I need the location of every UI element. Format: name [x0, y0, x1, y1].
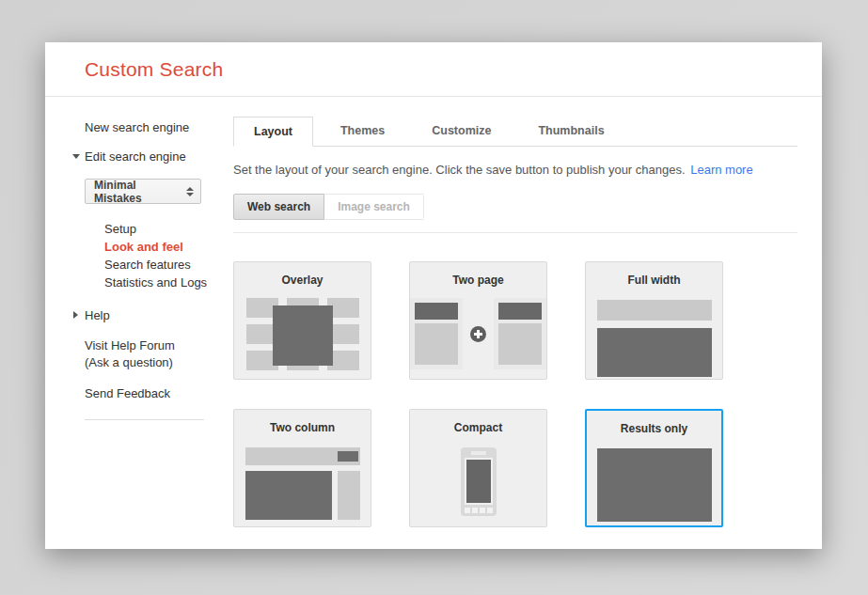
content-area: New search engine Edit search engine Min… — [45, 97, 822, 549]
select-arrows-icon — [186, 187, 194, 196]
two-column-preview-icon — [245, 447, 360, 520]
engine-selector-value: Minimal Mistakes — [94, 179, 186, 205]
web-search-button[interactable]: Web search — [233, 194, 324, 220]
forum-link-line1: Visit Help Forum — [85, 338, 175, 352]
layout-options-grid: Overlay Two page — [233, 261, 797, 527]
sidebar: New search engine Edit search engine Min… — [45, 97, 233, 549]
overlay-preview-icon — [246, 298, 359, 372]
sidebar-item-label: Edit search engine — [85, 149, 186, 164]
layout-option-compact[interactable]: Compact — [409, 409, 547, 527]
compact-phone-preview-icon — [461, 447, 497, 516]
layout-option-title: Overlay — [234, 274, 371, 287]
engine-section-list: Setup Look and feel Search features Stat… — [104, 220, 233, 291]
layout-option-title: Results only — [587, 422, 721, 435]
sidebar-item-help[interactable]: Help — [85, 308, 233, 322]
sidebar-item-statistics-and-logs[interactable]: Statistics and Logs — [104, 274, 233, 291]
layout-option-title: Full width — [586, 274, 722, 287]
layout-option-two-page[interactable]: Two page — [409, 261, 547, 380]
two-page-preview-icon — [410, 298, 546, 369]
sidebar-item-new-search-engine[interactable]: New search engine — [85, 120, 233, 134]
layout-option-results-only[interactable]: Results only — [585, 409, 723, 527]
page-title: Custom Search — [85, 58, 223, 81]
sidebar-item-label: Help — [85, 308, 110, 322]
sidebar-item-setup[interactable]: Setup — [104, 220, 233, 238]
layout-option-overlay[interactable]: Overlay — [233, 261, 371, 380]
sidebar-item-send-feedback[interactable]: Send Feedback — [85, 386, 233, 400]
sidebar-item-edit-search-engine[interactable]: Edit search engine — [85, 149, 233, 164]
app-header: Custom Search — [45, 42, 822, 97]
description-text: Set the layout of your search engine. Cl… — [233, 163, 686, 177]
custom-search-window: Custom Search New search engine Edit sea… — [45, 42, 822, 549]
sidebar-item-visit-help-forum[interactable]: Visit Help Forum (Ask a question) — [85, 337, 233, 371]
layout-option-title: Two column — [234, 421, 371, 434]
image-search-button[interactable]: Image search — [324, 194, 424, 220]
full-width-preview-icon — [597, 300, 712, 377]
chevron-right-icon — [73, 311, 78, 319]
chevron-down-icon — [72, 154, 80, 159]
tab-customize[interactable]: Customize — [412, 117, 511, 146]
sidebar-item-search-features[interactable]: Search features — [104, 256, 233, 274]
learn-more-link[interactable]: Learn more — [690, 163, 752, 177]
tab-bar: Layout Themes Customize Thumbnails — [233, 117, 797, 147]
sidebar-divider — [85, 419, 204, 420]
layout-option-full-width[interactable]: Full width — [585, 261, 723, 380]
tab-thumbnails[interactable]: Thumbnails — [518, 117, 623, 146]
engine-selector[interactable]: Minimal Mistakes — [85, 179, 201, 204]
tab-description: Set the layout of your search engine. Cl… — [233, 163, 797, 177]
layout-option-two-column[interactable]: Two column — [233, 409, 371, 527]
search-mode-toggle: Web search Image search — [233, 194, 797, 220]
tab-layout[interactable]: Layout — [233, 117, 313, 147]
layout-option-title: Compact — [410, 421, 546, 434]
tab-themes[interactable]: Themes — [321, 117, 404, 146]
layout-option-title: Two page — [410, 274, 546, 287]
forum-link-line2: (Ask a question) — [85, 355, 173, 369]
main-panel: Layout Themes Customize Thumbnails Set t… — [233, 97, 822, 549]
plus-icon — [470, 326, 486, 342]
sidebar-item-look-and-feel[interactable]: Look and feel — [104, 238, 233, 256]
section-divider — [233, 232, 797, 233]
results-only-preview-icon — [597, 448, 712, 522]
